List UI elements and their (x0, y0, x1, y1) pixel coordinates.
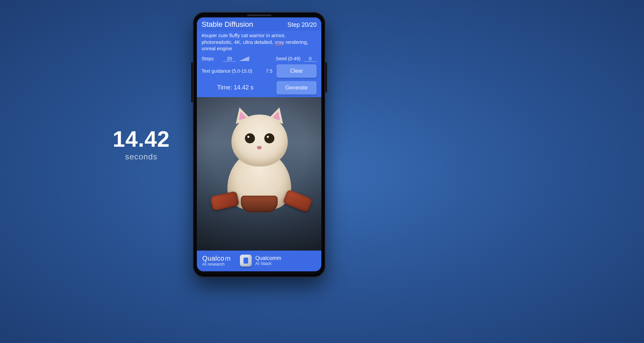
text-guidance-row: Text guidance (5.0-15.0) 7.5 (202, 68, 272, 74)
generated-image (197, 97, 321, 251)
steps-label: Steps (202, 56, 216, 61)
qualcomm-research-logo: Qualcoｍ AI research (202, 255, 231, 267)
qc-research-brand: Qualcoｍ (202, 255, 231, 262)
side-timer: 14.42 seconds (113, 128, 170, 161)
clear-button[interactable]: Clear (276, 64, 317, 78)
qc-stack-sub: AI Stack (255, 261, 281, 266)
earpiece (247, 14, 271, 16)
steps-slider-icon[interactable] (239, 56, 249, 61)
app-footer: Qualcoｍ AI research Qualcomm AI Stack (197, 251, 321, 271)
qc-stack-brand: Qualcomm (255, 256, 281, 261)
generate-button[interactable]: Generate (276, 81, 317, 94)
seed-label: Seed (0-49) (276, 56, 301, 61)
prompt-pre: #super cute fluffy cat warrior in armor,… (202, 32, 286, 45)
steps-row: Steps 20 Seed (0-49) 0 (202, 56, 317, 62)
phone-frame: Stable Diffusion Step 20/20 #super cute … (193, 12, 325, 277)
controls-panel: Steps 20 Seed (0-49) 0 Text guidance (5.… (197, 55, 321, 97)
text-guidance-input[interactable]: 7.5 (266, 68, 272, 74)
cat-illustration (217, 107, 301, 211)
text-guidance-label: Text guidance (5.0-15.0) (202, 68, 252, 74)
qc-research-sub: AI research (202, 262, 231, 267)
time-readout: Time: 14.42 s (202, 84, 272, 91)
prompt-vray: vray (275, 39, 284, 45)
generated-image-content (197, 97, 321, 251)
seed-input[interactable]: 0 (304, 56, 317, 62)
steps-input[interactable]: 20 (223, 56, 236, 62)
timer-unit: seconds (113, 152, 170, 161)
qualcomm-ai-stack-logo: Qualcomm AI Stack (240, 255, 281, 267)
app-title: Stable Diffusion (202, 20, 253, 29)
ai-stack-cube-icon (240, 255, 252, 267)
timer-value: 14.42 (113, 128, 170, 150)
prompt-text[interactable]: #super cute fluffy cat warrior in armor,… (197, 31, 321, 55)
step-counter: Step 20/20 (287, 21, 317, 28)
app-header: Stable Diffusion Step 20/20 (197, 17, 321, 31)
phone-screen: Stable Diffusion Step 20/20 #super cute … (197, 17, 321, 271)
